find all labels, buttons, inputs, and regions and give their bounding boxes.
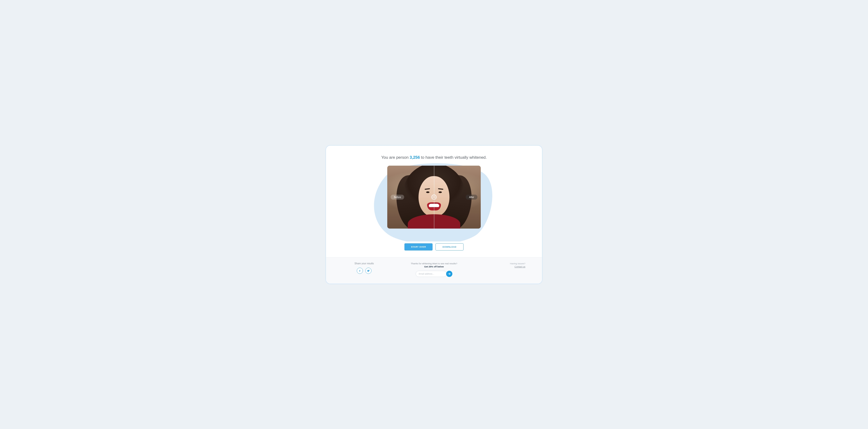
- promo-column: Thanks for whitening.Want to see real re…: [385, 262, 483, 277]
- results-card: You are person 3,256 to have their teeth…: [326, 145, 542, 284]
- contact-us-link[interactable]: Contact us: [515, 265, 525, 268]
- share-icons: [343, 268, 385, 274]
- email-pill: [416, 271, 447, 277]
- issues-column: Having issues? Contact us: [483, 262, 525, 268]
- download-button[interactable]: DOWNLOAD: [435, 243, 464, 251]
- headline: You are person 3,256 to have their teeth…: [336, 155, 532, 160]
- compare-photo[interactable]: Before After: [387, 166, 481, 229]
- issues-title: Having issues?: [483, 262, 525, 265]
- email-row: [385, 271, 483, 277]
- after-label: After: [466, 195, 477, 199]
- compare-wrap: Before After: [379, 166, 489, 237]
- start-over-button[interactable]: START OVER: [404, 243, 433, 251]
- promo-line1: Thanks for whitening.Want to see real re…: [385, 262, 483, 265]
- share-column: Share your results: [343, 262, 385, 274]
- headline-suffix: to have their teeth virtually whitened.: [420, 155, 487, 160]
- promo-line2: Get 25% off below: [385, 265, 483, 268]
- before-label: Before: [391, 195, 404, 199]
- top-section: You are person 3,256 to have their teeth…: [326, 145, 542, 257]
- headline-prefix: You are person: [381, 155, 410, 160]
- email-submit-button[interactable]: [446, 271, 452, 277]
- compare-slider-handle[interactable]: [431, 195, 437, 200]
- headline-count: 3,256: [410, 155, 420, 160]
- email-input[interactable]: [419, 273, 446, 275]
- twitter-icon: [367, 269, 370, 272]
- share-twitter-button[interactable]: [365, 268, 372, 274]
- action-row: START OVER DOWNLOAD: [336, 243, 532, 251]
- arrows-horizontal-icon: [433, 196, 435, 198]
- share-title: Share your results: [343, 262, 385, 265]
- share-facebook-button[interactable]: [357, 268, 363, 274]
- facebook-icon: [359, 269, 361, 272]
- footer: Share your results Thanks for whitening.…: [326, 257, 542, 284]
- arrow-right-icon: [448, 273, 451, 275]
